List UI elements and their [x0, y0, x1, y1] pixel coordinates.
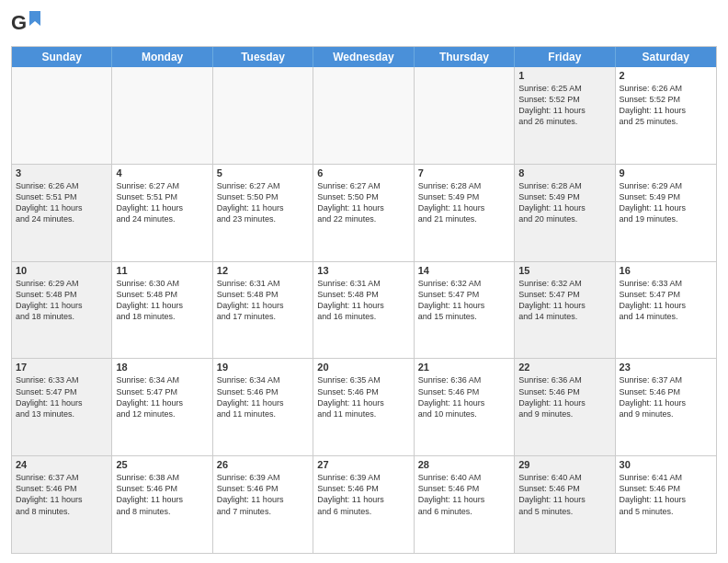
weekday-header-tuesday: Tuesday — [213, 47, 313, 67]
day-number: 22 — [518, 362, 610, 373]
day-number: 17 — [16, 362, 108, 373]
day-info: Sunrise: 6:37 AM Sunset: 5:46 PM Dayligh… — [620, 374, 712, 419]
day-cell-7: 7Sunrise: 6:28 AM Sunset: 5:49 PM Daylig… — [415, 165, 515, 261]
day-info: Sunrise: 6:35 AM Sunset: 5:46 PM Dayligh… — [317, 374, 409, 419]
day-info: Sunrise: 6:38 AM Sunset: 5:46 PM Dayligh… — [116, 472, 208, 517]
day-number: 28 — [418, 459, 510, 470]
day-number: 2 — [620, 70, 712, 81]
svg-text:G: G — [11, 11, 27, 34]
day-number: 27 — [317, 459, 409, 470]
day-cell-18: 18Sunrise: 6:34 AM Sunset: 5:47 PM Dayli… — [112, 359, 212, 455]
day-info: Sunrise: 6:33 AM Sunset: 5:47 PM Dayligh… — [620, 278, 712, 323]
calendar-header: SundayMondayTuesdayWednesdayThursdayFrid… — [12, 47, 716, 67]
day-cell-21: 21Sunrise: 6:36 AM Sunset: 5:46 PM Dayli… — [415, 359, 515, 455]
day-cell-26: 26Sunrise: 6:39 AM Sunset: 5:46 PM Dayli… — [213, 456, 313, 553]
day-cell-27: 27Sunrise: 6:39 AM Sunset: 5:46 PM Dayli… — [313, 456, 414, 553]
day-info: Sunrise: 6:29 AM Sunset: 5:48 PM Dayligh… — [16, 278, 108, 323]
header: G — [11, 9, 717, 40]
calendar-row-3: 17Sunrise: 6:33 AM Sunset: 5:47 PM Dayli… — [12, 358, 716, 455]
day-number: 29 — [518, 459, 610, 470]
day-cell-14: 14Sunrise: 6:32 AM Sunset: 5:47 PM Dayli… — [415, 262, 515, 359]
day-number: 16 — [620, 265, 712, 276]
day-number: 25 — [116, 459, 208, 470]
day-info: Sunrise: 6:37 AM Sunset: 5:46 PM Dayligh… — [16, 472, 108, 517]
logo: G — [11, 9, 44, 40]
day-info: Sunrise: 6:31 AM Sunset: 5:48 PM Dayligh… — [217, 278, 309, 323]
day-number: 23 — [620, 362, 712, 373]
day-info: Sunrise: 6:25 AM Sunset: 5:52 PM Dayligh… — [518, 83, 610, 128]
day-number: 8 — [518, 167, 610, 178]
day-number: 21 — [418, 362, 510, 373]
weekday-header-thursday: Thursday — [415, 47, 515, 67]
day-number: 6 — [317, 167, 409, 178]
day-cell-16: 16Sunrise: 6:33 AM Sunset: 5:47 PM Dayli… — [616, 262, 716, 359]
day-cell-24: 24Sunrise: 6:37 AM Sunset: 5:46 PM Dayli… — [12, 456, 112, 553]
day-cell-10: 10Sunrise: 6:29 AM Sunset: 5:48 PM Dayli… — [12, 262, 112, 359]
day-info: Sunrise: 6:27 AM Sunset: 5:51 PM Dayligh… — [116, 180, 208, 225]
day-info: Sunrise: 6:32 AM Sunset: 5:47 PM Dayligh… — [518, 278, 610, 323]
day-info: Sunrise: 6:27 AM Sunset: 5:50 PM Dayligh… — [317, 180, 409, 225]
weekday-header-monday: Monday — [112, 47, 212, 67]
empty-cell-0-1 — [112, 67, 212, 164]
weekday-header-friday: Friday — [515, 47, 615, 67]
calendar: SundayMondayTuesdayWednesdayThursdayFrid… — [11, 46, 717, 554]
day-info: Sunrise: 6:28 AM Sunset: 5:49 PM Dayligh… — [518, 180, 610, 225]
day-number: 24 — [16, 459, 108, 470]
empty-cell-0-0 — [12, 67, 112, 164]
day-number: 13 — [317, 265, 409, 276]
day-cell-6: 6Sunrise: 6:27 AM Sunset: 5:50 PM Daylig… — [313, 165, 414, 261]
day-cell-4: 4Sunrise: 6:27 AM Sunset: 5:51 PM Daylig… — [112, 165, 212, 261]
page: G SundayMondayTuesdayWednesdayThursdayFr… — [0, 0, 728, 563]
day-info: Sunrise: 6:32 AM Sunset: 5:47 PM Dayligh… — [418, 278, 510, 323]
svg-marker-1 — [29, 11, 40, 26]
day-info: Sunrise: 6:27 AM Sunset: 5:50 PM Dayligh… — [217, 180, 309, 225]
day-info: Sunrise: 6:34 AM Sunset: 5:47 PM Dayligh… — [116, 374, 208, 419]
day-cell-28: 28Sunrise: 6:40 AM Sunset: 5:46 PM Dayli… — [415, 456, 515, 553]
calendar-row-2: 10Sunrise: 6:29 AM Sunset: 5:48 PM Dayli… — [12, 261, 716, 359]
day-cell-23: 23Sunrise: 6:37 AM Sunset: 5:46 PM Dayli… — [616, 359, 716, 455]
day-info: Sunrise: 6:29 AM Sunset: 5:49 PM Dayligh… — [620, 180, 712, 225]
weekday-header-saturday: Saturday — [616, 47, 716, 67]
day-number: 1 — [518, 70, 610, 81]
calendar-row-0: 1Sunrise: 6:25 AM Sunset: 5:52 PM Daylig… — [12, 67, 716, 164]
day-info: Sunrise: 6:36 AM Sunset: 5:46 PM Dayligh… — [518, 374, 610, 419]
day-info: Sunrise: 6:39 AM Sunset: 5:46 PM Dayligh… — [217, 472, 309, 517]
day-number: 30 — [620, 459, 712, 470]
calendar-row-4: 24Sunrise: 6:37 AM Sunset: 5:46 PM Dayli… — [12, 455, 716, 553]
day-cell-1: 1Sunrise: 6:25 AM Sunset: 5:52 PM Daylig… — [515, 67, 615, 164]
day-number: 5 — [217, 167, 309, 178]
day-info: Sunrise: 6:34 AM Sunset: 5:46 PM Dayligh… — [217, 374, 309, 419]
day-info: Sunrise: 6:40 AM Sunset: 5:46 PM Dayligh… — [418, 472, 510, 517]
day-info: Sunrise: 6:41 AM Sunset: 5:46 PM Dayligh… — [620, 472, 712, 517]
day-info: Sunrise: 6:33 AM Sunset: 5:47 PM Dayligh… — [16, 374, 108, 419]
day-number: 9 — [620, 167, 712, 178]
day-cell-19: 19Sunrise: 6:34 AM Sunset: 5:46 PM Dayli… — [213, 359, 313, 455]
day-number: 19 — [217, 362, 309, 373]
day-info: Sunrise: 6:28 AM Sunset: 5:49 PM Dayligh… — [418, 180, 510, 225]
day-cell-11: 11Sunrise: 6:30 AM Sunset: 5:48 PM Dayli… — [112, 262, 212, 359]
day-number: 18 — [116, 362, 208, 373]
day-info: Sunrise: 6:26 AM Sunset: 5:51 PM Dayligh… — [16, 180, 108, 225]
day-info: Sunrise: 6:30 AM Sunset: 5:48 PM Dayligh… — [116, 278, 208, 323]
day-info: Sunrise: 6:36 AM Sunset: 5:46 PM Dayligh… — [418, 374, 510, 419]
day-number: 4 — [116, 167, 208, 178]
day-info: Sunrise: 6:31 AM Sunset: 5:48 PM Dayligh… — [317, 278, 409, 323]
day-cell-9: 9Sunrise: 6:29 AM Sunset: 5:49 PM Daylig… — [616, 165, 716, 261]
logo-icon: G — [11, 9, 42, 40]
day-number: 3 — [16, 167, 108, 178]
day-info: Sunrise: 6:40 AM Sunset: 5:46 PM Dayligh… — [518, 472, 610, 517]
day-number: 11 — [116, 265, 208, 276]
calendar-body: 1Sunrise: 6:25 AM Sunset: 5:52 PM Daylig… — [12, 67, 716, 553]
weekday-header-sunday: Sunday — [12, 47, 112, 67]
empty-cell-0-4 — [415, 67, 515, 164]
day-number: 12 — [217, 265, 309, 276]
day-number: 14 — [418, 265, 510, 276]
day-cell-12: 12Sunrise: 6:31 AM Sunset: 5:48 PM Dayli… — [213, 262, 313, 359]
day-number: 15 — [518, 265, 610, 276]
day-cell-29: 29Sunrise: 6:40 AM Sunset: 5:46 PM Dayli… — [515, 456, 615, 553]
day-info: Sunrise: 6:39 AM Sunset: 5:46 PM Dayligh… — [317, 472, 409, 517]
day-cell-3: 3Sunrise: 6:26 AM Sunset: 5:51 PM Daylig… — [12, 165, 112, 261]
day-number: 7 — [418, 167, 510, 178]
day-cell-5: 5Sunrise: 6:27 AM Sunset: 5:50 PM Daylig… — [213, 165, 313, 261]
weekday-header-wednesday: Wednesday — [313, 47, 414, 67]
